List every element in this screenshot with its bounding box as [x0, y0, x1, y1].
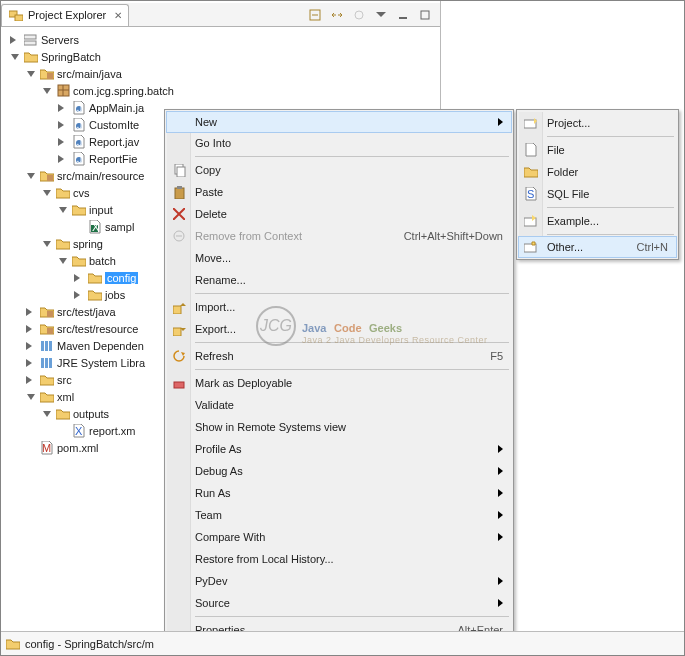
menu-item-rename[interactable]: Rename... [167, 269, 511, 291]
tree-label: src/main/java [57, 68, 122, 80]
menu-item-go-into[interactable]: Go Into [167, 132, 511, 154]
menu-item-import[interactable]: Import... [167, 296, 511, 318]
workbench: Project Explorer ✕ ServersSpringBatchsrc… [0, 0, 685, 656]
submenu-item-other[interactable]: Other...Ctrl+N [518, 236, 677, 258]
menu-item-mark-deployable[interactable]: Mark as Deployable [167, 372, 511, 394]
tree-node[interactable]: SpringBatch [3, 48, 438, 65]
svg-rect-18 [47, 175, 53, 181]
menu-item-show-remote[interactable]: Show in Remote Systems view [167, 416, 511, 438]
twisty-icon[interactable] [9, 36, 21, 44]
menu-item-delete[interactable]: Delete [167, 203, 511, 225]
submenu-item-project[interactable]: Project... [519, 112, 676, 134]
twisty-icon[interactable] [25, 325, 37, 333]
twisty-icon[interactable] [25, 376, 37, 384]
collapse-all-button[interactable] [306, 6, 324, 24]
twisty-icon[interactable] [57, 258, 69, 264]
twisty-icon[interactable] [57, 155, 69, 163]
twisty-icon[interactable] [25, 71, 37, 77]
java-file-icon: J [71, 135, 87, 149]
export-icon [171, 322, 187, 336]
svg-rect-34 [177, 186, 182, 189]
twisty-icon[interactable] [57, 138, 69, 146]
menu-item-debug-as[interactable]: Debug As [167, 460, 511, 482]
tree-label: config [105, 272, 138, 284]
svg-rect-1 [15, 15, 23, 21]
menu-item-export[interactable]: Export... [167, 318, 511, 340]
tab-project-explorer[interactable]: Project Explorer ✕ [1, 4, 129, 26]
minimize-button[interactable] [394, 6, 412, 24]
new-file-icon [523, 143, 539, 157]
library-icon [39, 339, 55, 353]
deploy-icon [171, 376, 187, 390]
twisty-icon[interactable] [41, 190, 53, 196]
menu-item-restore-history[interactable]: Restore from Local History... [167, 548, 511, 570]
copy-icon [171, 163, 187, 177]
submenu-arrow-icon [498, 599, 503, 607]
submenu-item-example[interactable]: Example... [519, 210, 676, 232]
library-icon [39, 356, 55, 370]
svg-text:X: X [75, 425, 83, 437]
twisty-icon[interactable] [25, 342, 37, 350]
menu-item-run-as[interactable]: Run As [167, 482, 511, 504]
svg-rect-5 [421, 11, 429, 19]
svg-point-3 [355, 11, 363, 19]
menu-item-paste[interactable]: Paste [167, 181, 511, 203]
svg-rect-23 [41, 341, 44, 351]
menu-item-refresh[interactable]: RefreshF5 [167, 345, 511, 367]
tree-node[interactable]: src/main/java [3, 65, 438, 82]
new-project-icon [523, 116, 539, 130]
example-icon [523, 214, 539, 228]
tree-node[interactable]: Servers [3, 31, 438, 48]
twisty-icon[interactable] [73, 291, 85, 299]
menu-item-new[interactable]: New [166, 111, 512, 133]
folder-icon [39, 390, 55, 404]
twisty-icon[interactable] [57, 104, 69, 112]
menu-item-move[interactable]: Move... [167, 247, 511, 269]
tab-title: Project Explorer [28, 9, 106, 21]
twisty-icon[interactable] [73, 274, 85, 282]
menu-item-profile-as[interactable]: Profile As [167, 438, 511, 460]
twisty-icon[interactable] [41, 411, 53, 417]
menu-item-compare-with[interactable]: Compare With [167, 526, 511, 548]
folder-tree-icon [8, 8, 24, 22]
maximize-button[interactable] [416, 6, 434, 24]
submenu-arrow-icon [498, 489, 503, 497]
submenu-item-sql-file[interactable]: SSQL File [519, 183, 676, 205]
menu-item-pydev[interactable]: PyDev [167, 570, 511, 592]
twisty-icon[interactable] [25, 173, 37, 179]
submenu-arrow-icon [498, 445, 503, 453]
package-folder-icon [39, 67, 55, 81]
tree-label: JRE System Libra [57, 357, 145, 369]
servers-icon [23, 33, 39, 47]
menu-item-team[interactable]: Team [167, 504, 511, 526]
context-menu[interactable]: New Go Into Copy Paste Delete Remove fro… [164, 109, 514, 644]
focus-task-button[interactable] [350, 6, 368, 24]
twisty-icon[interactable] [57, 207, 69, 213]
view-menu-button[interactable] [372, 6, 390, 24]
twisty-icon[interactable] [9, 54, 21, 60]
twisty-icon[interactable] [57, 121, 69, 129]
tree-node[interactable]: com.jcg.spring.batch [3, 82, 438, 99]
menu-item-copy[interactable]: Copy [167, 159, 511, 181]
twisty-icon[interactable] [25, 308, 37, 316]
menu-item-source[interactable]: Source [167, 592, 511, 614]
tree-label: AppMain.ja [89, 102, 144, 114]
svg-rect-26 [41, 358, 44, 368]
new-submenu[interactable]: Project... File Folder SSQL File Example… [516, 109, 679, 260]
twisty-icon[interactable] [25, 394, 37, 400]
view-tabbar: Project Explorer ✕ [1, 3, 440, 27]
svg-rect-32 [177, 167, 185, 177]
link-editor-button[interactable] [328, 6, 346, 24]
close-icon[interactable]: ✕ [110, 10, 122, 21]
tree-label: src/test/resource [57, 323, 138, 335]
svg-rect-28 [49, 358, 52, 368]
menu-item-validate[interactable]: Validate [167, 394, 511, 416]
submenu-arrow-icon [498, 467, 503, 475]
submenu-item-file[interactable]: File [519, 139, 676, 161]
submenu-item-folder[interactable]: Folder [519, 161, 676, 183]
svg-rect-7 [24, 41, 36, 45]
svg-text:J: J [77, 153, 83, 165]
twisty-icon[interactable] [41, 241, 53, 247]
twisty-icon[interactable] [25, 359, 37, 367]
twisty-icon[interactable] [41, 88, 53, 94]
